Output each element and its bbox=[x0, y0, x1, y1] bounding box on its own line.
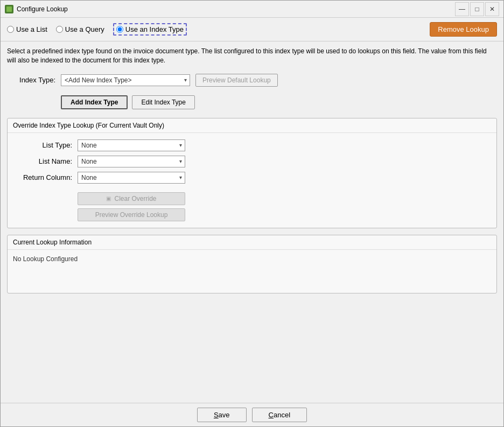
override-section: Override Index Type Lookup (For Current … bbox=[7, 118, 497, 228]
action-buttons: Add Index Type Edit Index Type bbox=[61, 95, 497, 109]
list-type-label: List Type: bbox=[13, 141, 72, 149]
lookup-info-section: Current Lookup Information No Lookup Con… bbox=[7, 235, 497, 293]
cancel-button[interactable]: Cancel bbox=[252, 408, 307, 422]
maximize-button[interactable]: □ bbox=[470, 2, 484, 16]
app-icon bbox=[5, 5, 13, 13]
remove-lookup-button[interactable]: Remove Lookup bbox=[430, 22, 497, 37]
add-index-type-button[interactable]: Add Index Type bbox=[61, 95, 128, 109]
index-type-select[interactable]: <Add New Index Type> bbox=[61, 74, 190, 86]
clear-override-button[interactable]: ▣ Clear Override bbox=[78, 192, 185, 205]
index-type-label: Index Type: bbox=[7, 76, 55, 84]
window-title: Configure Lookup bbox=[17, 5, 455, 13]
bottom-bar: Save Cancel bbox=[1, 403, 503, 426]
return-column-dropdown-wrap: None ▾ bbox=[78, 172, 185, 184]
radio-use-query-input[interactable] bbox=[56, 26, 63, 33]
radio-group: Use a List Use a Query Use an Index Type bbox=[7, 23, 187, 36]
radio-use-list-input[interactable] bbox=[7, 26, 14, 33]
clear-override-icon: ▣ bbox=[106, 195, 111, 201]
radio-use-index-type[interactable]: Use an Index Type bbox=[113, 23, 187, 36]
index-type-dropdown-wrap: <Add New Index Type> ▾ bbox=[61, 74, 190, 86]
list-name-dropdown-wrap: None ▾ bbox=[78, 156, 185, 167]
edit-index-type-button[interactable]: Edit Index Type bbox=[132, 95, 195, 109]
list-type-row: List Type: None ▾ bbox=[13, 139, 491, 151]
cancel-button-label: Cancel bbox=[269, 411, 290, 419]
no-lookup-text: No Lookup Configured bbox=[13, 255, 78, 263]
preview-override-lookup-button[interactable]: Preview Override Lookup bbox=[78, 208, 185, 221]
override-buttons: ▣ Clear Override Preview Override Lookup bbox=[78, 192, 491, 221]
preview-default-lookup-button[interactable]: Preview Default Lookup bbox=[195, 74, 278, 87]
list-type-select[interactable]: None bbox=[78, 139, 185, 151]
content-area: Use a List Use a Query Use an Index Type… bbox=[1, 18, 503, 426]
override-section-title: Override Index Type Lookup (For Current … bbox=[8, 118, 496, 133]
save-button-label: Save bbox=[214, 411, 230, 419]
radio-use-query-label: Use a Query bbox=[65, 25, 104, 33]
list-name-row: List Name: None ▾ bbox=[13, 156, 491, 167]
list-type-dropdown-wrap: None ▾ bbox=[78, 139, 185, 151]
main-section: Index Type: <Add New Index Type> ▾ Previ… bbox=[1, 69, 503, 403]
override-section-content: List Type: None ▾ List Name: None bbox=[8, 133, 496, 228]
title-buttons: — □ ✕ bbox=[455, 2, 499, 16]
lookup-info-content: No Lookup Configured bbox=[8, 250, 496, 293]
radio-use-list-label: Use a List bbox=[16, 25, 47, 33]
radio-use-index-type-label: Use an Index Type bbox=[125, 25, 184, 33]
list-name-label: List Name: bbox=[13, 157, 72, 165]
return-column-row: Return Column: None ▾ bbox=[13, 172, 491, 184]
index-type-row: Index Type: <Add New Index Type> ▾ Previ… bbox=[7, 74, 497, 87]
top-bar: Use a List Use a Query Use an Index Type… bbox=[1, 18, 503, 41]
list-name-select[interactable]: None bbox=[78, 156, 185, 167]
save-button[interactable]: Save bbox=[197, 408, 247, 422]
description-text: Select a predefined index type found on … bbox=[1, 41, 503, 69]
return-column-select[interactable]: None bbox=[78, 172, 185, 184]
radio-use-index-type-input[interactable] bbox=[116, 26, 123, 33]
radio-use-query[interactable]: Use a Query bbox=[56, 25, 104, 33]
return-column-label: Return Column: bbox=[13, 173, 72, 181]
lookup-info-title: Current Lookup Information bbox=[8, 235, 496, 250]
radio-use-list[interactable]: Use a List bbox=[7, 25, 47, 33]
minimize-button[interactable]: — bbox=[455, 2, 469, 16]
close-button[interactable]: ✕ bbox=[485, 2, 499, 16]
configure-lookup-window: Configure Lookup — □ ✕ Use a List Use a … bbox=[0, 0, 504, 427]
preview-override-label: Preview Override Lookup bbox=[95, 211, 168, 219]
clear-override-label: Clear Override bbox=[114, 195, 156, 202]
title-bar: Configure Lookup — □ ✕ bbox=[1, 1, 503, 18]
